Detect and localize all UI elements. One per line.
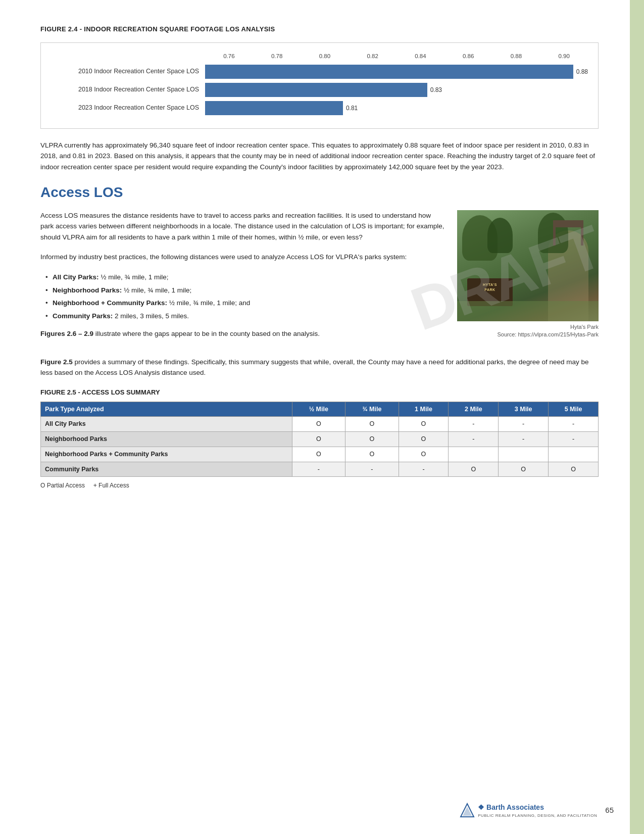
los-table: Park Type Analyzed ½ Mile ¾ Mile 1 Mile … [40, 402, 599, 477]
bullet-bold-3: Community Parks: [53, 312, 113, 320]
cell-2-6 [549, 447, 599, 462]
bar-area-0: 0.88 [205, 65, 588, 79]
brand-tagline: PUBLIC REALM PLANNING, DESIGN, AND FACIL… [478, 813, 597, 819]
cell-2-1: O [292, 447, 345, 462]
two-col-section: Access LOS measures the distance residen… [40, 210, 599, 349]
cell-0-1: O [292, 417, 345, 432]
tick-2: 0.80 [301, 52, 349, 61]
svg-marker-1 [463, 807, 472, 816]
access-para1: Access LOS measures the distance residen… [40, 210, 445, 243]
access-los-text: Access LOS measures the distance residen… [40, 210, 445, 349]
access-para2: Informed by industry best practices, the… [40, 252, 445, 263]
page: DRAFT FIGURE 2.4 - INDOOR RECREATION SQU… [0, 0, 644, 834]
table-row: Community Parks - - - O O O [41, 462, 599, 477]
tick-3: 0.82 [349, 52, 397, 61]
body-paragraph: VLPRA currently has approximately 96,340… [40, 140, 599, 173]
cell-3-2: - [345, 462, 399, 477]
figure25-para-text: provides a summary of these findings. Sp… [40, 358, 589, 377]
bullet-text-2: ½ mile, ¾ mile, 1 mile; and [167, 299, 250, 307]
cell-2-4 [449, 447, 499, 462]
bullet-list: All City Parks: ½ mile, ¾ mile, 1 mile; … [45, 272, 445, 321]
cell-0-3: O [399, 417, 449, 432]
col-header-0: Park Type Analyzed [41, 402, 292, 417]
table-body: All City Parks O O O - - - Neighborhood … [41, 417, 599, 477]
cell-3-4: O [449, 462, 499, 477]
bullet-bold-2: Neighborhood + Community Parks: [53, 299, 167, 307]
bar-area-1: 0.83 [205, 83, 588, 97]
cell-2-2: O [345, 447, 399, 462]
col-header-2: ¾ Mile [345, 402, 399, 417]
park-sign-text: HYTA'SPARK [467, 278, 513, 293]
figures-para-text: illustrate where the gaps appear to be i… [95, 330, 320, 337]
table-head: Park Type Analyzed ½ Mile ¾ Mile 1 Mile … [41, 402, 599, 417]
cell-3-3: - [399, 462, 449, 477]
cell-0-5: - [499, 417, 549, 432]
table-row: Neighborhood Parks O O O - - - [41, 432, 599, 447]
table-row: All City Parks O O O - - - [41, 417, 599, 432]
cell-1-2: O [345, 432, 399, 447]
tick-4: 0.84 [397, 52, 444, 61]
bar-row-1: 2018 Indoor Recreation Center Space LOS … [51, 83, 588, 97]
legend-plus: + Full Access [93, 482, 129, 489]
col-header-1: ½ Mile [292, 402, 345, 417]
cell-1-3: O [399, 432, 449, 447]
image-caption: Hyta's Park Source: https://vlpra.com/21… [457, 323, 599, 339]
col-header-3: 1 Mile [399, 402, 449, 417]
col-header-6: 5 Mile [549, 402, 599, 417]
tick-7: 0.90 [540, 52, 588, 61]
bar-row-0: 2010 Indoor Recreation Center Space LOS … [51, 65, 588, 79]
figure25-paragraph: Figure 2.5 provides a summary of these f… [40, 357, 599, 378]
figures-ref: Figures 2.6 – 2.9 [40, 330, 93, 337]
bar-label-0: 2010 Indoor Recreation Center Space LOS [51, 67, 205, 76]
barth-logo: ❖ Barth Associates PUBLIC REALM PLANNING… [460, 802, 597, 819]
col-header-5: 3 Mile [499, 402, 549, 417]
image-col: HYTA'SPARK Hyta's Park Source: https://v… [457, 210, 599, 349]
cell-1-1: O [292, 432, 345, 447]
cell-1-4: - [449, 432, 499, 447]
table-legend: O Partial Access + Full Access [40, 481, 599, 490]
park-image: HYTA'SPARK [457, 210, 599, 321]
image-caption-text: Hyta's Park [570, 324, 599, 330]
cell-2-0: Neighborhood Parks + Community Parks [41, 447, 292, 462]
table-row: Neighborhood Parks + Community Parks O O… [41, 447, 599, 462]
brand-name: ❖ Barth Associates [478, 803, 544, 811]
legend-o: O Partial Access [40, 482, 85, 489]
page-number: 65 [605, 805, 614, 816]
chart-container: 0.76 0.78 0.80 0.82 0.84 0.86 0.88 0.90 … [40, 42, 599, 129]
figures-para: Figures 2.6 – 2.9 illustrate where the g… [40, 328, 445, 339]
cell-0-0: All City Parks [41, 417, 292, 432]
tick-0: 0.76 [205, 52, 253, 61]
table-header-row: Park Type Analyzed ½ Mile ¾ Mile 1 Mile … [41, 402, 599, 417]
bullet-item-1: Neighborhood Parks: ½ mile, ¾ mile, 1 mi… [45, 285, 445, 296]
cell-2-3: O [399, 447, 449, 462]
cell-0-6: - [549, 417, 599, 432]
bar-fill-0 [205, 65, 573, 79]
bullet-bold-1: Neighborhood Parks: [53, 286, 122, 294]
cell-3-6: O [549, 462, 599, 477]
bar-fill-1 [205, 83, 427, 97]
bullet-item-2: Neighborhood + Community Parks: ½ mile, … [45, 298, 445, 309]
bullet-item-3: Community Parks: 2 miles, 3 miles, 5 mil… [45, 311, 445, 322]
figure25-ref: Figure 2.5 [40, 358, 73, 366]
bar-label-1: 2018 Indoor Recreation Center Space LOS [51, 85, 205, 94]
figure25-title: FIGURE 2.5 - ACCESS LOS SUMMARY [40, 387, 599, 398]
bar-label-2: 2023 Indoor Recreation Center Space LOS [51, 103, 205, 113]
cell-0-4: - [449, 417, 499, 432]
right-sidebar-bar [630, 0, 644, 834]
image-source-text: Source: https://vlpra.com/215/Hytas-Park [497, 331, 599, 337]
cell-3-1: - [292, 462, 345, 477]
cell-3-0: Community Parks [41, 462, 292, 477]
barth-logo-icon [460, 803, 475, 818]
tick-5: 0.86 [444, 52, 492, 61]
bullet-text-1: ½ mile, ¾ mile, 1 mile; [122, 286, 191, 294]
cell-3-5: O [499, 462, 549, 477]
cell-1-0: Neighborhood Parks [41, 432, 292, 447]
figure24-title: FIGURE 2.4 - INDOOR RECREATION SQUARE FO… [40, 24, 599, 34]
cell-0-2: O [345, 417, 399, 432]
bar-value-2: 0.81 [346, 104, 358, 113]
access-los-heading: Access LOS [40, 182, 599, 203]
axis-ticks: 0.76 0.78 0.80 0.82 0.84 0.86 0.88 0.90 [51, 52, 588, 61]
bullet-text-0: ½ mile, ¾ mile, 1 mile; [99, 273, 169, 281]
bar-row-2: 2023 Indoor Recreation Center Space LOS … [51, 101, 588, 115]
footer: ❖ Barth Associates PUBLIC REALM PLANNING… [460, 802, 614, 819]
